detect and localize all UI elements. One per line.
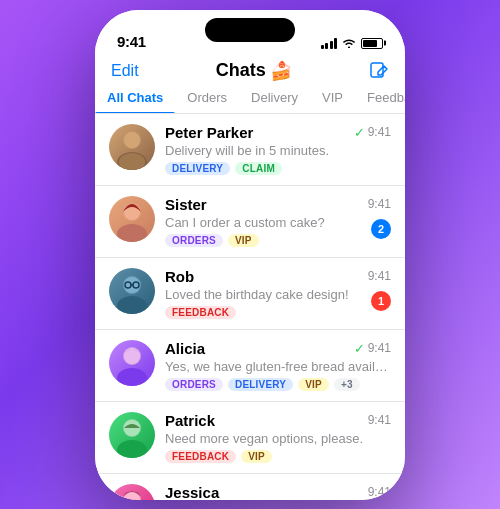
- tag-delivery: DELIVERY: [165, 162, 230, 175]
- avatar: [109, 268, 155, 314]
- chat-preview: Need more vegan options, please.: [165, 431, 391, 446]
- avatar: [109, 484, 155, 500]
- tag-orders: ORDERS: [165, 234, 223, 247]
- compose-button[interactable]: [369, 61, 389, 81]
- chat-content: Rob 9:41 Loved the birthday cake design!…: [165, 268, 391, 319]
- chat-name: Jessica: [165, 484, 219, 500]
- signal-icon: [321, 38, 338, 49]
- avatar: [109, 340, 155, 386]
- double-check-icon: ✓: [354, 125, 365, 140]
- chat-time: 9:41: [368, 485, 391, 499]
- tag-delivery: DELIVERY: [228, 378, 293, 391]
- chat-name: Alicia: [165, 340, 205, 357]
- tag-feedback: FEEDBACK: [165, 450, 236, 463]
- tag-vip: VIP: [228, 234, 259, 247]
- unread-badge: 1: [371, 291, 391, 311]
- tag-orders: ORDERS: [165, 378, 223, 391]
- avatar: [109, 124, 155, 170]
- tag-claim: CLAIM: [235, 162, 282, 175]
- edit-button[interactable]: Edit: [111, 62, 139, 80]
- svg-point-3: [124, 132, 140, 148]
- battery-icon: [361, 38, 383, 49]
- page-title: Chats 🍰: [216, 60, 292, 82]
- chat-item-alicia[interactable]: Alicia ✓ 9:41 Yes, we have gluten-free b…: [95, 330, 405, 402]
- dynamic-island: [205, 18, 295, 42]
- tag-more: +3: [334, 378, 360, 391]
- tab-vip[interactable]: VIP: [310, 90, 355, 113]
- chat-preview: Delivery will be in 5 minutes.: [165, 143, 391, 158]
- tab-orders[interactable]: Orders: [175, 90, 239, 113]
- phone-frame: 9:41 Edit Chats 🍰: [95, 10, 405, 500]
- chat-name: Peter Parker: [165, 124, 253, 141]
- chat-name: Patrick: [165, 412, 215, 429]
- tags-row: FEEDBACK VIP: [165, 450, 391, 463]
- chat-name: Sister: [165, 196, 207, 213]
- chat-content: Alicia ✓ 9:41 Yes, we have gluten-free b…: [165, 340, 391, 391]
- svg-point-6: [117, 224, 147, 242]
- chat-preview: Can I order a custom cake?: [165, 215, 391, 230]
- chat-time: 9:41: [368, 197, 391, 211]
- chat-preview: Yes, we have gluten-free bread available…: [165, 359, 391, 374]
- chat-content: Jessica 9:41 Nice, got it.: [165, 484, 391, 500]
- chat-item-rob[interactable]: Rob 9:41 Loved the birthday cake design!…: [95, 258, 405, 330]
- header: Edit Chats 🍰: [95, 54, 405, 82]
- chat-content: Patrick 9:41 Need more vegan options, pl…: [165, 412, 391, 463]
- chat-time: ✓ 9:41: [354, 125, 391, 140]
- tags-row: ORDERS DELIVERY VIP +3: [165, 378, 391, 391]
- tags-row: DELIVERY CLAIM: [165, 162, 391, 175]
- chat-time: ✓ 9:41: [354, 341, 391, 356]
- tab-all-chats[interactable]: All Chats: [95, 90, 175, 113]
- double-check-icon: ✓: [354, 341, 365, 356]
- svg-point-16: [124, 348, 140, 364]
- tags-row: FEEDBACK: [165, 306, 391, 319]
- wifi-icon: [342, 37, 356, 50]
- chat-name: Rob: [165, 268, 194, 285]
- tag-vip: VIP: [241, 450, 272, 463]
- chat-content: Peter Parker ✓ 9:41 Delivery will be in …: [165, 124, 391, 175]
- svg-point-9: [117, 296, 147, 314]
- avatar: [109, 412, 155, 458]
- tab-feedback[interactable]: Feedback: [355, 90, 405, 113]
- chat-item-patrick[interactable]: Patrick 9:41 Need more vegan options, pl…: [95, 402, 405, 474]
- tag-vip: VIP: [298, 378, 329, 391]
- tag-feedback: FEEDBACK: [165, 306, 236, 319]
- tags-row: ORDERS VIP: [165, 234, 391, 247]
- avatar: [109, 196, 155, 242]
- svg-point-18: [117, 440, 147, 458]
- chat-preview: Loved the birthday cake design!: [165, 287, 391, 302]
- chat-content: Sister 9:41 Can I order a custom cake? O…: [165, 196, 391, 247]
- chat-time: 9:41: [368, 413, 391, 427]
- status-time: 9:41: [117, 33, 146, 50]
- tab-bar: All Chats Orders Delivery VIP Feedback: [95, 82, 405, 114]
- chat-item-sister[interactable]: Sister 9:41 Can I order a custom cake? O…: [95, 186, 405, 258]
- unread-badge: 2: [371, 219, 391, 239]
- tab-delivery[interactable]: Delivery: [239, 90, 310, 113]
- chat-time: 9:41: [368, 269, 391, 283]
- chat-item-jessica[interactable]: Jessica 9:41 Nice, got it.: [95, 474, 405, 500]
- chat-list: Peter Parker ✓ 9:41 Delivery will be in …: [95, 114, 405, 500]
- svg-point-15: [117, 368, 147, 386]
- chat-item-peter-parker[interactable]: Peter Parker ✓ 9:41 Delivery will be in …: [95, 114, 405, 186]
- status-icons: [321, 37, 384, 50]
